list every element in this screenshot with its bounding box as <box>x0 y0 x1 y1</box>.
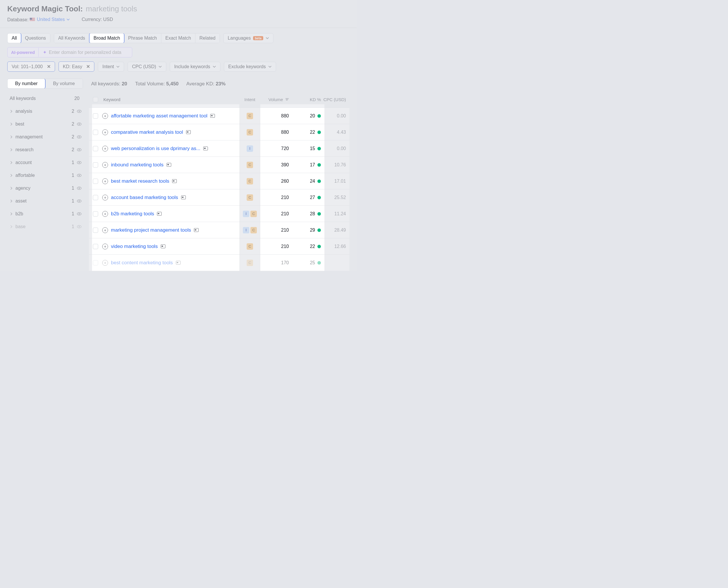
tab-all-keywords[interactable]: All Keywords <box>54 34 89 43</box>
row-checkbox[interactable] <box>89 162 102 168</box>
languages-dropdown[interactable]: Languages beta <box>223 33 273 43</box>
row-checkbox[interactable] <box>89 146 102 151</box>
filter-exclude-keywords[interactable]: Exclude keywords <box>224 62 276 72</box>
keyword-link[interactable]: affortable marketing asset management to… <box>111 113 207 119</box>
row-checkbox[interactable] <box>89 244 102 249</box>
eye-icon[interactable] <box>76 109 82 114</box>
sidebar-item-label: b2b <box>14 211 72 216</box>
tool-name: Keyword Magic Tool: <box>7 4 83 14</box>
tab-exact-match[interactable]: Exact Match <box>161 34 195 43</box>
row-checkbox[interactable] <box>89 113 102 119</box>
close-icon[interactable]: ✕ <box>85 64 91 69</box>
cell-keyword: +b2b marketing tools <box>102 211 241 217</box>
col-header-cpc[interactable]: CPC (USD) <box>323 97 349 102</box>
eye-icon[interactable] <box>76 186 82 191</box>
eye-icon[interactable] <box>76 211 82 216</box>
row-checkbox[interactable] <box>89 260 102 266</box>
row-checkbox[interactable] <box>89 211 102 216</box>
filter-chip-kd[interactable]: KD: Easy ✕ <box>59 62 95 72</box>
sidebar-item[interactable]: affortable1 <box>7 169 83 182</box>
filter-cpc[interactable]: CPC (USD) <box>128 62 166 72</box>
add-to-list-icon[interactable]: + <box>102 211 108 217</box>
ai-domain-input[interactable]: ✦ Enter domain for personalized data <box>39 47 132 57</box>
serp-preview-icon[interactable] <box>210 114 215 118</box>
col-header-intent[interactable]: Intent <box>241 97 259 102</box>
keyword-link[interactable]: account based marketing tools <box>111 195 178 201</box>
eye-icon[interactable] <box>76 224 82 229</box>
tab-questions[interactable]: Questions <box>21 34 50 43</box>
row-checkbox[interactable] <box>89 195 102 200</box>
filter-include-keywords[interactable]: Include keywords <box>170 62 220 72</box>
sidebar-item-count: 1 <box>72 198 74 204</box>
cell-kd: 22 <box>291 130 323 135</box>
eye-icon[interactable] <box>76 198 82 204</box>
chevron-down-icon <box>266 37 269 40</box>
keyword-link[interactable]: comparative market analysis tool <box>111 129 183 135</box>
add-to-list-icon[interactable]: + <box>102 244 108 249</box>
col-header-checkbox[interactable] <box>89 97 102 102</box>
sidebar-item[interactable]: base1 <box>7 220 83 233</box>
eye-icon[interactable] <box>76 122 82 127</box>
add-to-list-icon[interactable]: + <box>102 113 108 119</box>
serp-preview-icon[interactable] <box>176 261 180 265</box>
cell-kd: 29 <box>291 228 323 233</box>
sidebar-item[interactable]: asset1 <box>7 195 83 208</box>
row-checkbox[interactable] <box>89 178 102 184</box>
col-header-kd[interactable]: KD % <box>291 97 323 102</box>
add-to-list-icon[interactable]: + <box>102 146 108 151</box>
serp-preview-icon[interactable] <box>186 130 191 134</box>
row-checkbox[interactable] <box>89 228 102 233</box>
sidebar-all-keywords[interactable]: All keywords 20 <box>7 92 83 105</box>
sidebar-item[interactable]: account1 <box>7 156 83 169</box>
sidebar-item[interactable]: analysis2 <box>7 105 83 118</box>
eye-icon[interactable] <box>76 160 82 165</box>
cell-cpc: 10.76 <box>323 162 349 168</box>
add-to-list-icon[interactable]: + <box>102 178 108 184</box>
tab-phrase-match[interactable]: Phrase Match <box>124 34 161 43</box>
eye-icon[interactable] <box>76 147 82 152</box>
cell-intent: C <box>241 178 259 185</box>
sidebar-item[interactable]: agency1 <box>7 182 83 195</box>
serp-preview-icon[interactable] <box>167 163 171 167</box>
row-checkbox[interactable] <box>89 130 102 135</box>
keyword-link[interactable]: web personalization is use dprimary as..… <box>111 146 200 151</box>
tab-all[interactable]: All <box>7 33 21 43</box>
filter-intent[interactable]: Intent <box>98 62 124 72</box>
close-icon[interactable]: ✕ <box>46 64 52 69</box>
eye-icon[interactable] <box>76 134 82 140</box>
sidebar-item[interactable]: research2 <box>7 143 83 156</box>
sidebar-item[interactable]: management2 <box>7 130 83 143</box>
serp-preview-icon[interactable] <box>172 179 177 183</box>
eye-icon[interactable] <box>76 173 82 178</box>
serp-preview-icon[interactable] <box>203 147 208 150</box>
database-selector[interactable]: Database: United States <box>7 17 70 22</box>
filter-chip-volume[interactable]: Vol: 101–1,000 ✕ <box>7 62 55 72</box>
add-to-list-icon[interactable]: + <box>102 227 108 233</box>
tab-by-number[interactable]: By number <box>7 79 45 89</box>
tab-broad-match[interactable]: Broad Match <box>89 33 124 43</box>
col-header-keyword[interactable]: Keyword <box>102 97 241 102</box>
keyword-link[interactable]: marketing project management tools <box>111 227 191 233</box>
serp-preview-icon[interactable] <box>194 228 199 232</box>
keyword-link[interactable]: video marketing tools <box>111 244 158 249</box>
add-to-list-icon[interactable]: + <box>102 162 108 168</box>
col-header-volume-label: Volume <box>268 97 283 102</box>
tab-related[interactable]: Related <box>195 34 220 43</box>
serp-preview-icon[interactable] <box>181 195 186 199</box>
keyword-link[interactable]: best market research tools <box>111 178 169 184</box>
cell-keyword: +affortable marketing asset management t… <box>102 113 241 119</box>
keyword-link[interactable]: b2b marketing tools <box>111 211 154 217</box>
serp-preview-icon[interactable] <box>161 245 166 248</box>
sidebar-item[interactable]: best2 <box>7 118 83 130</box>
add-to-list-icon[interactable]: + <box>102 195 108 201</box>
tab-by-volume[interactable]: By volume <box>45 79 83 88</box>
sidebar-item[interactable]: b2b1 <box>7 208 83 220</box>
sparkle-icon: ✦ <box>43 49 47 55</box>
keyword-link[interactable]: inbound marketing tools <box>111 162 164 168</box>
keyword-link[interactable]: best content marketing tools <box>111 260 173 266</box>
col-header-volume[interactable]: Volume <box>259 97 291 102</box>
add-to-list-icon[interactable]: + <box>102 129 108 135</box>
add-to-list-icon[interactable]: + <box>102 260 108 266</box>
table-row: +affortable marketing asset management t… <box>89 108 349 124</box>
serp-preview-icon[interactable] <box>157 212 162 216</box>
